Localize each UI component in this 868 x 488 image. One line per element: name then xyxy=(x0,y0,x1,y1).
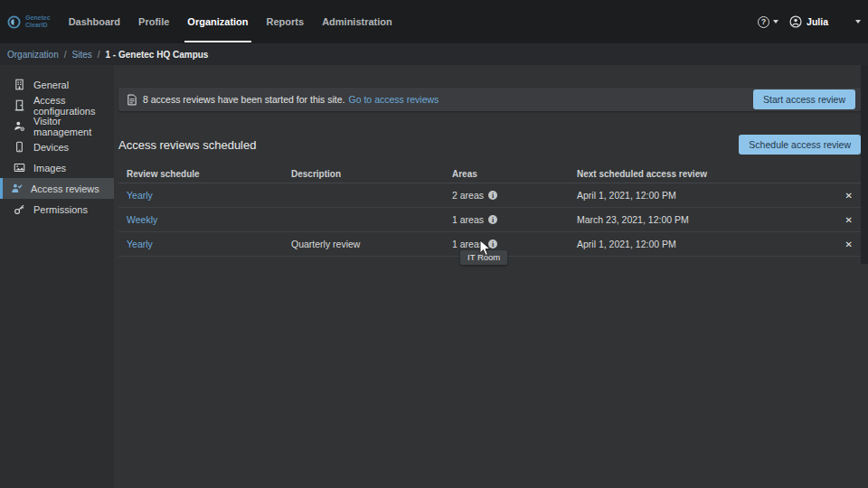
sidebar-item-visitor-management[interactable]: Visitor management xyxy=(0,116,114,136)
table-header-row: Review schedule Description Areas Next s… xyxy=(118,164,861,183)
delete-review-icon[interactable]: ✕ xyxy=(831,215,853,225)
sidebar: General Access configurations Visitor ma… xyxy=(0,65,114,488)
breadcrumb: Organization / Sites / 1 - Genetec HQ Ca… xyxy=(0,43,868,65)
review-schedule-link[interactable]: Yearly xyxy=(127,239,291,249)
next-review-cell: April 1, 2021, 12:00 PM xyxy=(577,239,831,249)
areas-count: 1 areas xyxy=(452,214,484,225)
breadcrumb-organization[interactable]: Organization xyxy=(7,50,59,60)
user-name: Julia xyxy=(807,16,828,27)
areas-cell: 1 areas i xyxy=(452,214,577,225)
logo-icon xyxy=(7,15,21,29)
table-row: Weekly 1 areas i March 23, 2021, 12:00 P… xyxy=(118,208,861,232)
main-nav: Dashboard Profile Organization Reports A… xyxy=(60,0,401,43)
start-access-review-button[interactable]: Start access review xyxy=(753,89,855,109)
sidebar-item-label: Visitor management xyxy=(33,116,114,137)
scrollbar-track[interactable] xyxy=(861,65,868,264)
breadcrumb-separator: / xyxy=(98,50,100,60)
image-icon xyxy=(13,162,25,174)
sidebar-item-access-reviews[interactable]: Access reviews xyxy=(0,178,114,199)
help-icon[interactable]: ? xyxy=(758,16,769,28)
mouse-cursor xyxy=(479,239,491,257)
main-area: General Access configurations Visitor ma… xyxy=(0,65,868,488)
sidebar-item-access-configurations[interactable]: Access configurations xyxy=(0,95,114,116)
user-caret-icon[interactable] xyxy=(855,20,861,23)
sidebar-item-general[interactable]: General xyxy=(0,74,114,95)
topbar-right: ? Julia xyxy=(758,15,861,28)
nav-administration[interactable]: Administration xyxy=(313,0,401,43)
sidebar-item-label: General xyxy=(33,80,69,90)
nav-organization[interactable]: Organization xyxy=(178,0,257,43)
page-title: Access reviews scheduled xyxy=(118,138,256,152)
person-gear-icon xyxy=(13,120,25,133)
breadcrumb-sites[interactable]: Sites xyxy=(71,50,91,60)
content: 8 access reviews have been started for t… xyxy=(114,65,868,488)
info-icon[interactable]: i xyxy=(488,191,497,200)
info-icon[interactable]: i xyxy=(488,215,497,224)
areas-cell: 2 areas i xyxy=(452,190,577,201)
column-next-scheduled: Next scheduled access review xyxy=(577,169,831,179)
nav-reports[interactable]: Reports xyxy=(258,0,314,43)
sidebar-item-label: Images xyxy=(33,163,66,174)
table-row: Yearly 2 areas i April 1, 2021, 12:00 PM… xyxy=(118,183,861,208)
nav-profile[interactable]: Profile xyxy=(129,0,178,43)
banner-message: 8 access reviews have been started for t… xyxy=(143,94,345,105)
breadcrumb-separator: / xyxy=(64,50,67,60)
delete-review-icon[interactable]: ✕ xyxy=(831,239,853,249)
sidebar-item-images[interactable]: Images xyxy=(0,157,114,178)
key-icon xyxy=(13,203,25,216)
next-review-cell: April 1, 2021, 12:00 PM xyxy=(577,190,831,201)
sidebar-item-label: Permissions xyxy=(33,204,88,215)
person-check-icon xyxy=(10,183,23,195)
column-areas: Areas xyxy=(452,169,577,179)
delete-review-icon[interactable]: ✕ xyxy=(831,191,853,201)
device-icon xyxy=(13,141,25,154)
door-icon xyxy=(13,99,25,112)
breadcrumb-current-site: 1 - Genetec HQ Campus xyxy=(106,50,209,60)
help-caret-icon[interactable] xyxy=(773,20,778,23)
sidebar-item-label: Access configurations xyxy=(33,95,114,117)
description-cell: Quarterly review xyxy=(291,239,452,249)
schedule-access-review-button[interactable]: Schedule access review xyxy=(739,135,861,155)
app-logo[interactable]: Genetec ClearID xyxy=(7,14,51,29)
sidebar-item-label: Devices xyxy=(33,142,69,153)
areas-count: 2 areas xyxy=(452,190,484,201)
areas-cell: 1 areas i xyxy=(452,239,577,249)
sidebar-item-devices[interactable]: Devices xyxy=(0,136,114,157)
go-to-access-reviews-link[interactable]: Go to access reviews xyxy=(349,94,439,105)
topbar: Genetec ClearID Dashboard Profile Organi… xyxy=(0,0,868,43)
user-menu[interactable]: Julia xyxy=(789,15,828,28)
section-header: Access reviews scheduled Schedule access… xyxy=(118,135,861,155)
document-icon xyxy=(127,94,137,106)
access-review-banner: 8 access reviews have been started for t… xyxy=(118,88,861,111)
nav-dashboard[interactable]: Dashboard xyxy=(60,0,129,43)
next-review-cell: March 23, 2021, 12:00 PM xyxy=(577,214,831,225)
review-schedule-link[interactable]: Weekly xyxy=(127,214,291,225)
sidebar-item-label: Access reviews xyxy=(31,183,99,194)
logo-wordmark: Genetec ClearID xyxy=(25,14,51,29)
sidebar-item-permissions[interactable]: Permissions xyxy=(0,199,114,220)
column-review-schedule: Review schedule xyxy=(127,169,291,179)
user-icon xyxy=(789,15,802,28)
building-icon xyxy=(13,79,25,91)
column-description: Description xyxy=(291,169,452,179)
review-schedule-link[interactable]: Yearly xyxy=(127,190,291,201)
